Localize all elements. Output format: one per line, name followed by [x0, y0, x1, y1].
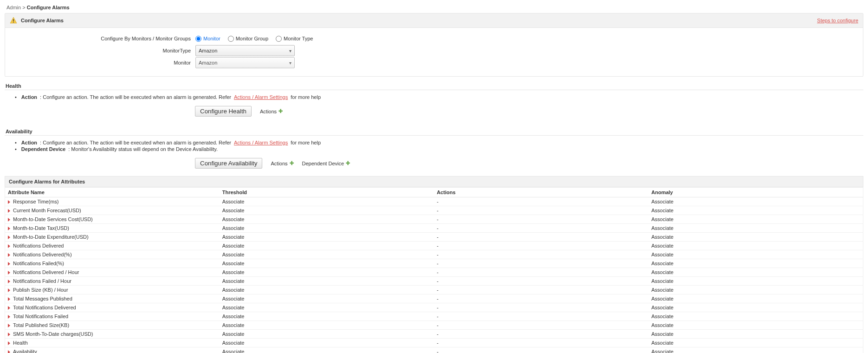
avail-alarm-settings-link[interactable]: Actions / Alarm Settings — [234, 140, 288, 145]
table-row: Publish Size (KB) / HourAssociate-Associ… — [5, 286, 863, 294]
anomaly-cell[interactable]: Associate — [648, 347, 863, 353]
attribute-name-cell[interactable]: Notifications Failed / Hour — [5, 277, 220, 286]
threshold-cell[interactable]: Associate — [220, 206, 434, 215]
anomaly-cell[interactable]: Associate — [648, 286, 863, 294]
avail-actions-add[interactable]: Actions ✚ — [271, 160, 293, 166]
anomaly-cell[interactable]: Associate — [648, 197, 863, 206]
arrow-right-icon — [8, 262, 10, 266]
anomaly-cell[interactable]: Associate — [648, 294, 863, 303]
attribute-name: Health — [13, 340, 28, 346]
threshold-cell[interactable]: Associate — [220, 286, 434, 294]
attribute-name: Availability — [13, 349, 37, 353]
anomaly-cell[interactable]: Associate — [648, 259, 863, 268]
attribute-name-cell[interactable]: Month-to-Date Expenditure(USD) — [5, 233, 220, 242]
anomaly-cell[interactable]: Associate — [648, 339, 863, 347]
attribute-name-cell[interactable]: Total Published Size(KB) — [5, 321, 220, 330]
threshold-cell[interactable]: Associate — [220, 224, 434, 233]
avail-dependent-label: Dependent Device — [21, 146, 65, 152]
threshold-cell[interactable]: Associate — [220, 197, 434, 206]
breadcrumb-admin[interactable]: Admin — [6, 5, 21, 10]
config-form: Configure By Monitors / Monitor Groups M… — [5, 28, 863, 76]
threshold-cell[interactable]: Associate — [220, 268, 434, 277]
panel-title: Configure Alarms — [21, 18, 64, 23]
attribute-name-cell[interactable]: Total Notifications Failed — [5, 312, 220, 321]
threshold-cell[interactable]: Associate — [220, 321, 434, 330]
anomaly-cell[interactable]: Associate — [648, 312, 863, 321]
attribute-name: Month-to-Date Expenditure(USD) — [13, 234, 89, 240]
health-actions-add[interactable]: Actions ✚ — [260, 108, 283, 114]
arrow-right-icon — [8, 306, 10, 310]
health-actions-add-label: Actions — [260, 109, 277, 114]
attribute-name-cell[interactable]: Month-to-Date Services Cost(USD) — [5, 215, 220, 224]
attributes-table: Attribute Name Threshold Actions Anomaly… — [5, 187, 863, 353]
threshold-cell[interactable]: Associate — [220, 347, 434, 353]
attribute-name-cell[interactable]: Publish Size (KB) / Hour — [5, 286, 220, 294]
attribute-name-cell[interactable]: SMS Month-To-Date charges(USD) — [5, 330, 220, 339]
table-row: Month-to-Date Tax(USD)Associate-Associat… — [5, 224, 863, 233]
attribute-name-cell[interactable]: Notifications Failed(%) — [5, 259, 220, 268]
attribute-name-cell[interactable]: Notifications Delivered — [5, 242, 220, 250]
configure-availability-button[interactable]: Configure Availability — [195, 158, 262, 169]
attribute-name-cell[interactable]: Total Messages Published — [5, 294, 220, 303]
avail-dependent-add[interactable]: Dependent Device ✚ — [302, 160, 350, 166]
breadcrumb-current: Configure Alarms — [27, 5, 70, 10]
table-row: Notifications DeliveredAssociate-Associa… — [5, 242, 863, 250]
monitor-type-select[interactable]: Amazon ▾ — [195, 45, 295, 56]
table-row: Notifications Failed(%)Associate-Associa… — [5, 259, 863, 268]
avail-dependent-text: : Monitor's Availability status will dep… — [68, 146, 218, 152]
actions-cell: - — [434, 259, 648, 268]
radio-monitor[interactable]: Monitor — [195, 36, 220, 42]
attribute-name-cell[interactable]: Response Time(ms) — [5, 197, 220, 206]
monitor-select[interactable]: Amazon ▾ — [195, 57, 295, 68]
threshold-cell[interactable]: Associate — [220, 277, 434, 286]
anomaly-cell[interactable]: Associate — [648, 233, 863, 242]
threshold-cell[interactable]: Associate — [220, 215, 434, 224]
attribute-name-cell[interactable]: Availability — [5, 347, 220, 353]
anomaly-cell[interactable]: Associate — [648, 250, 863, 259]
attribute-name-cell[interactable]: Total Notifications Delivered — [5, 303, 220, 312]
anomaly-cell[interactable]: Associate — [648, 303, 863, 312]
breadcrumb-sep: > — [22, 5, 25, 10]
anomaly-cell[interactable]: Associate — [648, 330, 863, 339]
configure-health-button[interactable]: Configure Health — [195, 106, 252, 117]
steps-to-configure-link[interactable]: Steps to configure — [817, 18, 858, 23]
attribute-name-cell[interactable]: Month-to-Date Tax(USD) — [5, 224, 220, 233]
radio-monitor-group[interactable]: Monitor Group — [228, 36, 268, 42]
anomaly-cell[interactable]: Associate — [648, 242, 863, 250]
radio-monitor-input[interactable] — [195, 36, 201, 42]
radio-monitor-type-input[interactable] — [276, 36, 282, 42]
avail-action-post: for more help — [291, 140, 321, 145]
anomaly-cell[interactable]: Associate — [648, 321, 863, 330]
attribute-name-cell[interactable]: Health — [5, 339, 220, 347]
anomaly-cell[interactable]: Associate — [648, 224, 863, 233]
threshold-cell[interactable]: Associate — [220, 312, 434, 321]
threshold-cell[interactable]: Associate — [220, 303, 434, 312]
attribute-name: Current Month Forecast(USD) — [13, 208, 81, 213]
radio-monitor-group-input[interactable] — [228, 36, 234, 42]
attribute-name-cell[interactable]: Notifications Delivered / Hour — [5, 268, 220, 277]
actions-cell: - — [434, 347, 648, 353]
attribute-name: Notifications Delivered — [13, 243, 64, 248]
attribute-name-cell[interactable]: Current Month Forecast(USD) — [5, 206, 220, 215]
threshold-cell[interactable]: Associate — [220, 339, 434, 347]
actions-cell: - — [434, 286, 648, 294]
threshold-cell[interactable]: Associate — [220, 259, 434, 268]
threshold-cell[interactable]: Associate — [220, 294, 434, 303]
threshold-cell[interactable]: Associate — [220, 250, 434, 259]
threshold-cell[interactable]: Associate — [220, 330, 434, 339]
threshold-cell[interactable]: Associate — [220, 242, 434, 250]
arrow-right-icon — [8, 218, 10, 222]
attribute-name: Response Time(ms) — [13, 199, 58, 204]
threshold-cell[interactable]: Associate — [220, 233, 434, 242]
health-alarm-settings-link[interactable]: Actions / Alarm Settings — [234, 94, 288, 100]
anomaly-cell[interactable]: Associate — [648, 277, 863, 286]
attribute-name: Total Notifications Failed — [13, 314, 68, 319]
actions-cell: - — [434, 250, 648, 259]
anomaly-cell[interactable]: Associate — [648, 206, 863, 215]
arrow-right-icon — [8, 253, 10, 257]
table-row: Notifications Failed / HourAssociate-Ass… — [5, 277, 863, 286]
radio-monitor-type[interactable]: Monitor Type — [276, 36, 313, 42]
attribute-name-cell[interactable]: Notifications Delivered(%) — [5, 250, 220, 259]
anomaly-cell[interactable]: Associate — [648, 268, 863, 277]
anomaly-cell[interactable]: Associate — [648, 215, 863, 224]
